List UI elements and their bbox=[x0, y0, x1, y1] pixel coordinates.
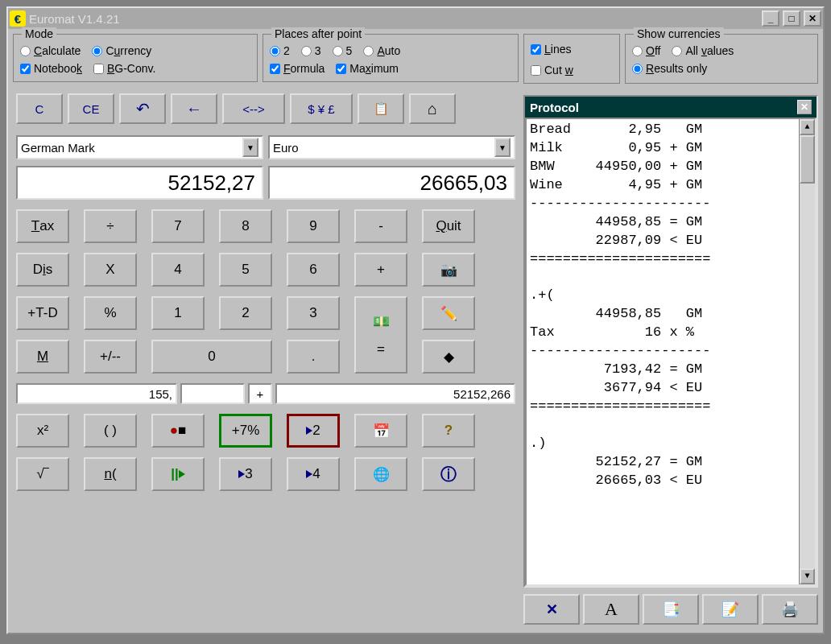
protocol-font-button[interactable]: A bbox=[583, 594, 639, 625]
plusminus-button[interactable]: +/-- bbox=[84, 340, 137, 374]
check-bgconv[interactable]: BG-Conv. bbox=[93, 62, 155, 75]
right-panel: Lines Cut w Show currencies Off All valu… bbox=[523, 34, 818, 628]
protocol-print-button[interactable]: 🖨️ bbox=[762, 594, 818, 625]
key-1[interactable]: 1 bbox=[151, 296, 205, 330]
currency-symbols-button[interactable]: $ ¥ £ bbox=[290, 93, 353, 124]
memory-button[interactable]: M bbox=[16, 340, 69, 374]
titlebar: € Euromat V1.4.21 _ □ ✕ bbox=[8, 8, 823, 29]
edit-button[interactable]: ✏️ bbox=[422, 296, 475, 330]
minimize-button[interactable]: _ bbox=[762, 10, 779, 27]
key-4[interactable]: 4 bbox=[151, 253, 205, 287]
help-icon: ? bbox=[444, 423, 453, 439]
scroll-up-button[interactable]: ▲ bbox=[800, 119, 815, 135]
play3-button[interactable]: 3 bbox=[219, 457, 272, 491]
calendar-button[interactable]: 📅 bbox=[354, 414, 407, 448]
play-icon bbox=[238, 470, 245, 478]
protocol-copy-button[interactable]: 📑 bbox=[643, 594, 699, 625]
updown-button[interactable]: ◆ bbox=[422, 340, 475, 374]
percent-button[interactable]: % bbox=[84, 296, 137, 330]
help-button[interactable]: ? bbox=[422, 414, 475, 448]
check-cutw[interactable]: Cut w bbox=[531, 64, 613, 76]
plus-button[interactable]: + bbox=[354, 253, 407, 287]
radio-3[interactable]: 3 bbox=[301, 44, 321, 57]
scroll-down-button[interactable]: ▼ bbox=[800, 568, 815, 584]
quit-button[interactable]: Quit bbox=[422, 209, 475, 243]
swap-button[interactable]: <--> bbox=[222, 93, 285, 124]
key-8[interactable]: 8 bbox=[219, 209, 272, 243]
calendar-icon: 📅 bbox=[373, 423, 390, 440]
radio-2[interactable]: 2 bbox=[270, 44, 290, 57]
check-lines[interactable]: Lines bbox=[531, 43, 613, 56]
to-currency-select[interactable]: Euro ▼ bbox=[268, 135, 515, 159]
protocol-header: Protocol ✕ bbox=[525, 97, 817, 118]
camera-button[interactable]: 📷 bbox=[422, 253, 475, 287]
divide-button[interactable]: ÷ bbox=[84, 209, 137, 243]
protocol-toolbar: ✕ A 📑 📝 🖨️ bbox=[523, 591, 818, 628]
pause-button[interactable]: || bbox=[151, 457, 205, 491]
home-icon: ⌂ bbox=[428, 100, 437, 118]
clear-entry-button[interactable]: CE bbox=[68, 93, 114, 124]
check-notebook[interactable]: Notebook bbox=[20, 62, 82, 75]
radio-currency[interactable]: Currency bbox=[92, 44, 151, 57]
scrollbar[interactable]: ▲ ▼ bbox=[799, 119, 815, 584]
globe-button[interactable]: 🌐 bbox=[354, 457, 407, 491]
paren-button[interactable]: ( ) bbox=[84, 414, 137, 448]
protocol-delete-button[interactable]: ✕ bbox=[523, 594, 580, 625]
radio-auto[interactable]: Auto bbox=[363, 44, 400, 57]
record-button[interactable]: ●■ bbox=[151, 414, 205, 448]
protocol-note-button[interactable]: 📝 bbox=[702, 594, 759, 625]
dis-button[interactable]: Dis bbox=[16, 253, 69, 287]
backspace-button[interactable]: ← bbox=[171, 93, 217, 124]
content: Mode Calculate Currency Notebook BG-Conv… bbox=[8, 29, 823, 633]
play4-button[interactable]: 4 bbox=[287, 457, 340, 491]
tax-button[interactable]: Tax bbox=[16, 209, 69, 243]
toolbar: C CE ↶ ← <--> $ ¥ £ 📋 ⌂ bbox=[13, 85, 519, 132]
key-2[interactable]: 2 bbox=[219, 296, 272, 330]
key-5[interactable]: 5 bbox=[219, 253, 272, 287]
play2-button[interactable]: 2 bbox=[287, 414, 340, 448]
close-button[interactable]: ✕ bbox=[804, 10, 821, 27]
home-button[interactable]: ⌂ bbox=[409, 93, 456, 124]
mode-title: Mode bbox=[22, 27, 56, 40]
minus-button[interactable]: - bbox=[354, 209, 407, 243]
multiply-button[interactable]: X bbox=[84, 253, 137, 287]
radio-allvalues[interactable]: All values bbox=[672, 44, 734, 57]
key-6[interactable]: 6 bbox=[287, 253, 340, 287]
key-9[interactable]: 9 bbox=[287, 209, 340, 243]
plus7-button[interactable]: +7% bbox=[219, 414, 272, 448]
clear-button[interactable]: C bbox=[16, 93, 63, 124]
key-3[interactable]: 3 bbox=[287, 296, 340, 330]
scroll-thumb[interactable] bbox=[800, 135, 815, 184]
copy-button[interactable]: 📋 bbox=[358, 93, 404, 124]
printer-icon: 🖨️ bbox=[781, 601, 799, 618]
square-button[interactable]: x² bbox=[16, 414, 69, 448]
money-icon: 💵 bbox=[373, 313, 390, 330]
keypad: Tax ÷ 7 8 9 - Quit Dis X 4 5 6 + 📷 +T-D … bbox=[13, 206, 519, 377]
check-maximum[interactable]: Maximum bbox=[336, 62, 399, 75]
radio-resultsonly[interactable]: Results only bbox=[632, 62, 707, 75]
left-panel: Mode Calculate Currency Notebook BG-Conv… bbox=[13, 34, 519, 628]
nparen-button[interactable]: n( bbox=[84, 457, 137, 491]
sqrt-button[interactable]: √‾ bbox=[16, 457, 69, 491]
decimal-button[interactable]: . bbox=[287, 340, 340, 374]
updown-icon: ◆ bbox=[444, 349, 454, 365]
status-1: 155, bbox=[16, 383, 177, 404]
from-currency-select[interactable]: German Mark ▼ bbox=[16, 135, 263, 159]
info-button[interactable]: ⓘ bbox=[422, 457, 475, 491]
places-title: Places after point bbox=[271, 27, 365, 40]
chevron-down-icon: ▼ bbox=[494, 138, 511, 157]
protocol-close-button[interactable]: ✕ bbox=[797, 100, 812, 114]
radio-5[interactable]: 5 bbox=[333, 44, 353, 57]
key-0[interactable]: 0 bbox=[151, 340, 272, 374]
protocol-body: Bread 2,95 GM Milk 0,95 + GM BMW 44950,0… bbox=[525, 118, 817, 586]
ptd-button[interactable]: +T-D bbox=[16, 296, 69, 330]
radio-calculate[interactable]: Calculate bbox=[20, 44, 81, 57]
money-button[interactable]: 💵 = bbox=[354, 296, 407, 374]
maximize-button[interactable]: □ bbox=[783, 10, 800, 27]
radio-off[interactable]: Off bbox=[632, 44, 660, 57]
key-7[interactable]: 7 bbox=[151, 209, 205, 243]
check-formula[interactable]: Formula bbox=[270, 62, 325, 75]
places-fieldset: Places after point 2 3 5 Auto Formula Ma… bbox=[263, 34, 519, 82]
protocol-title: Protocol bbox=[530, 101, 797, 114]
undo-button[interactable]: ↶ bbox=[119, 93, 166, 124]
